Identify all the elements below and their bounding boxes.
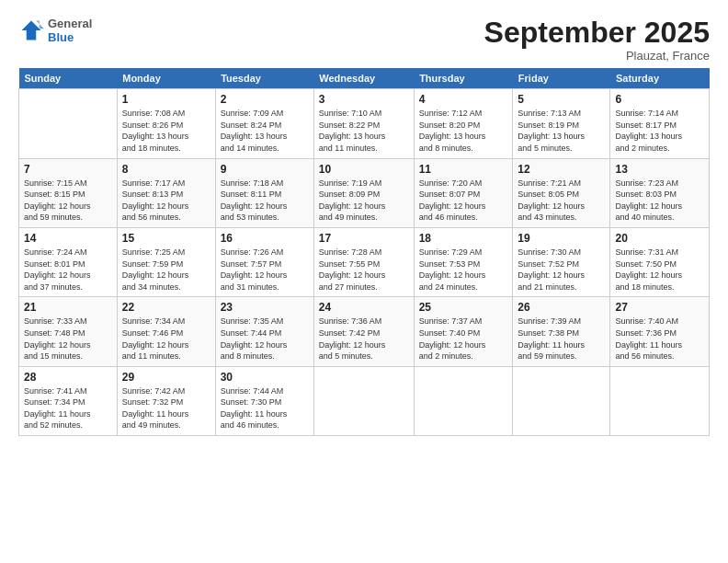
cell-info: Sunrise: 7:30 AMSunset: 7:52 PMDaylight:… — [518, 247, 605, 293]
cell-info: Sunrise: 7:31 AMSunset: 7:50 PMDaylight:… — [615, 247, 704, 293]
cell-date: 5 — [518, 93, 605, 106]
cell-date: 2 — [221, 93, 309, 106]
cell-date: 15 — [122, 232, 210, 245]
table-row: 23Sunrise: 7:35 AMSunset: 7:44 PMDayligh… — [215, 297, 313, 366]
cell-date: 6 — [615, 93, 704, 106]
table-row: 7Sunrise: 7:15 AMSunset: 8:15 PMDaylight… — [19, 158, 118, 227]
cell-info: Sunrise: 7:37 AMSunset: 7:40 PMDaylight:… — [419, 316, 508, 362]
cell-info: Sunrise: 7:35 AMSunset: 7:44 PMDaylight:… — [221, 316, 309, 362]
table-row: 24Sunrise: 7:36 AMSunset: 7:42 PMDayligh… — [313, 297, 414, 366]
logo-general: General — [48, 17, 92, 30]
cell-info: Sunrise: 7:18 AMSunset: 8:11 PMDaylight:… — [221, 178, 309, 224]
table-row: 1Sunrise: 7:08 AMSunset: 8:26 PMDaylight… — [117, 89, 215, 158]
cell-info: Sunrise: 7:13 AMSunset: 8:19 PMDaylight:… — [518, 108, 605, 154]
cell-info: Sunrise: 7:34 AMSunset: 7:46 PMDaylight:… — [122, 316, 210, 362]
table-row: 6Sunrise: 7:14 AMSunset: 8:17 PMDaylight… — [610, 89, 710, 158]
table-row: 13Sunrise: 7:23 AMSunset: 8:03 PMDayligh… — [610, 158, 710, 227]
table-row — [313, 366, 414, 435]
cell-info: Sunrise: 7:41 AMSunset: 7:34 PMDaylight:… — [24, 385, 112, 431]
table-row: 11Sunrise: 7:20 AMSunset: 8:07 PMDayligh… — [414, 158, 513, 227]
table-row: 9Sunrise: 7:18 AMSunset: 8:11 PMDaylight… — [215, 158, 313, 227]
cell-date: 3 — [319, 93, 409, 106]
calendar-title: September 2025 — [484, 17, 710, 49]
calendar-week-2: 7Sunrise: 7:15 AMSunset: 8:15 PMDaylight… — [19, 158, 710, 227]
cell-info: Sunrise: 7:29 AMSunset: 7:53 PMDaylight:… — [419, 247, 508, 293]
table-row: 20Sunrise: 7:31 AMSunset: 7:50 PMDayligh… — [610, 227, 710, 296]
table-row: 28Sunrise: 7:41 AMSunset: 7:34 PMDayligh… — [19, 366, 118, 435]
cell-date: 10 — [319, 163, 409, 176]
cell-info: Sunrise: 7:25 AMSunset: 7:59 PMDaylight:… — [122, 247, 210, 293]
table-row — [19, 89, 118, 158]
col-friday: Friday — [513, 68, 610, 89]
cell-date: 9 — [221, 163, 309, 176]
table-row: 3Sunrise: 7:10 AMSunset: 8:22 PMDaylight… — [313, 89, 414, 158]
calendar-subtitle: Plauzat, France — [484, 49, 710, 63]
cell-date: 19 — [518, 232, 605, 245]
logo: General Blue — [18, 17, 92, 44]
table-row — [414, 366, 513, 435]
cell-date: 4 — [419, 93, 508, 106]
cell-info: Sunrise: 7:44 AMSunset: 7:30 PMDaylight:… — [221, 385, 309, 431]
cell-info: Sunrise: 7:24 AMSunset: 8:01 PMDaylight:… — [24, 247, 112, 293]
table-row: 16Sunrise: 7:26 AMSunset: 7:57 PMDayligh… — [215, 227, 313, 296]
calendar-week-5: 28Sunrise: 7:41 AMSunset: 7:34 PMDayligh… — [19, 366, 710, 435]
cell-date: 8 — [122, 163, 210, 176]
logo-blue: Blue — [48, 30, 74, 44]
header: General Blue September 2025 Plauzat, Fra… — [18, 17, 710, 63]
table-row: 18Sunrise: 7:29 AMSunset: 7:53 PMDayligh… — [414, 227, 513, 296]
table-row: 21Sunrise: 7:33 AMSunset: 7:48 PMDayligh… — [19, 297, 118, 366]
table-row — [610, 366, 710, 435]
cell-info: Sunrise: 7:36 AMSunset: 7:42 PMDaylight:… — [319, 316, 409, 362]
cell-info: Sunrise: 7:42 AMSunset: 7:32 PMDaylight:… — [122, 385, 210, 431]
table-row: 10Sunrise: 7:19 AMSunset: 8:09 PMDayligh… — [313, 158, 414, 227]
cell-date: 25 — [419, 301, 508, 314]
calendar-table: Sunday Monday Tuesday Wednesday Thursday… — [18, 68, 710, 436]
cell-date: 21 — [24, 301, 112, 314]
table-row: 17Sunrise: 7:28 AMSunset: 7:55 PMDayligh… — [313, 227, 414, 296]
col-tuesday: Tuesday — [215, 68, 313, 89]
cell-date: 20 — [615, 232, 704, 245]
cell-date: 17 — [319, 232, 409, 245]
calendar-week-3: 14Sunrise: 7:24 AMSunset: 8:01 PMDayligh… — [19, 227, 710, 296]
cell-date: 13 — [615, 163, 704, 176]
cell-info: Sunrise: 7:14 AMSunset: 8:17 PMDaylight:… — [615, 108, 704, 154]
cell-info: Sunrise: 7:15 AMSunset: 8:15 PMDaylight:… — [24, 178, 112, 224]
calendar-week-1: 1Sunrise: 7:08 AMSunset: 8:26 PMDaylight… — [19, 89, 710, 158]
table-row: 19Sunrise: 7:30 AMSunset: 7:52 PMDayligh… — [513, 227, 610, 296]
cell-info: Sunrise: 7:10 AMSunset: 8:22 PMDaylight:… — [319, 108, 409, 154]
title-block: September 2025 Plauzat, France — [484, 17, 710, 63]
cell-info: Sunrise: 7:40 AMSunset: 7:36 PMDaylight:… — [615, 316, 704, 362]
logo-icon — [18, 17, 44, 43]
calendar-page: General Blue September 2025 Plauzat, Fra… — [0, 0, 728, 563]
col-thursday: Thursday — [414, 68, 513, 89]
table-row: 25Sunrise: 7:37 AMSunset: 7:40 PMDayligh… — [414, 297, 513, 366]
cell-date: 14 — [24, 232, 112, 245]
table-row — [513, 366, 610, 435]
cell-info: Sunrise: 7:23 AMSunset: 8:03 PMDaylight:… — [615, 178, 704, 224]
cell-date: 12 — [518, 163, 605, 176]
table-row: 22Sunrise: 7:34 AMSunset: 7:46 PMDayligh… — [117, 297, 215, 366]
cell-info: Sunrise: 7:33 AMSunset: 7:48 PMDaylight:… — [24, 316, 112, 362]
table-row: 15Sunrise: 7:25 AMSunset: 7:59 PMDayligh… — [117, 227, 215, 296]
cell-date: 28 — [24, 371, 112, 384]
table-row: 27Sunrise: 7:40 AMSunset: 7:36 PMDayligh… — [610, 297, 710, 366]
cell-date: 30 — [221, 371, 309, 384]
table-row: 30Sunrise: 7:44 AMSunset: 7:30 PMDayligh… — [215, 366, 313, 435]
cell-info: Sunrise: 7:19 AMSunset: 8:09 PMDaylight:… — [319, 178, 409, 224]
table-row: 14Sunrise: 7:24 AMSunset: 8:01 PMDayligh… — [19, 227, 118, 296]
cell-info: Sunrise: 7:20 AMSunset: 8:07 PMDaylight:… — [419, 178, 508, 224]
table-row: 12Sunrise: 7:21 AMSunset: 8:05 PMDayligh… — [513, 158, 610, 227]
col-sunday: Sunday — [19, 68, 118, 89]
table-row: 8Sunrise: 7:17 AMSunset: 8:13 PMDaylight… — [117, 158, 215, 227]
cell-info: Sunrise: 7:08 AMSunset: 8:26 PMDaylight:… — [122, 108, 210, 154]
cell-date: 11 — [419, 163, 508, 176]
header-row: Sunday Monday Tuesday Wednesday Thursday… — [19, 68, 710, 89]
cell-info: Sunrise: 7:12 AMSunset: 8:20 PMDaylight:… — [419, 108, 508, 154]
table-row: 4Sunrise: 7:12 AMSunset: 8:20 PMDaylight… — [414, 89, 513, 158]
cell-date: 16 — [221, 232, 309, 245]
cell-date: 24 — [319, 301, 409, 314]
cell-date: 7 — [24, 163, 112, 176]
cell-info: Sunrise: 7:09 AMSunset: 8:24 PMDaylight:… — [221, 108, 309, 154]
cell-date: 27 — [615, 301, 704, 314]
cell-date: 18 — [419, 232, 508, 245]
